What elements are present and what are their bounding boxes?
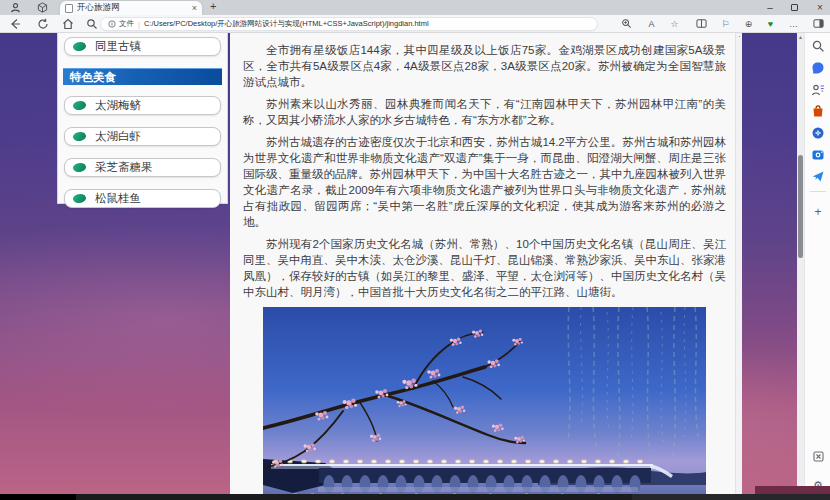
leaf-icon — [72, 161, 87, 174]
paragraph-heritage: 苏州古城遗存的古迹密度仅次于北京和西安，苏州古城14.2平方公里。苏州古城和苏州… — [243, 134, 726, 230]
settings-dots-icon[interactable]: … — [787, 18, 800, 30]
read-aloud-icon[interactable]: A — [645, 18, 658, 30]
paragraph-gardens: 苏州素来以山水秀丽、园林典雅而闻名天下，有“江南园林甲天下，苏州园林甲江南”的美… — [243, 96, 726, 128]
back-icon[interactable] — [9, 18, 21, 30]
sidebar-item-tongli[interactable]: 同里古镇 — [64, 37, 221, 56]
refresh-icon[interactable] — [37, 18, 49, 30]
page-scrollbar[interactable]: ▲ — [797, 33, 804, 494]
address-url[interactable]: C:/Users/PC/Desktop/开心旅游网站设计与实现(HTML+CSS… — [144, 19, 429, 29]
campaign-flag-icon[interactable]: ⚐ — [719, 18, 732, 30]
tab-close-icon[interactable]: × — [192, 4, 197, 13]
scrollbar-thumb[interactable] — [798, 155, 803, 258]
edge-sidebar-rail: + ⚙ — [804, 33, 830, 494]
restore-button[interactable] — [791, 4, 798, 11]
bottom-right-fragment — [755, 486, 830, 494]
rail-add-icon[interactable]: + — [805, 205, 830, 219]
rail-people-icon[interactable] — [811, 83, 825, 97]
address-scheme-label: 文件 — [119, 19, 134, 29]
split-screen-icon[interactable] — [695, 18, 708, 30]
rail-image-creator-icon[interactable] — [811, 148, 825, 162]
favorites-star-icon[interactable]: ☆ — [668, 18, 681, 30]
page-viewport: 同里古镇 特色美食 太湖梅鲚 太湖白虾 采芝斋糖果 松鼠桂鱼 — [0, 33, 830, 494]
browser-titlebar: 开心旅游网 × + – × — [0, 0, 830, 15]
info-icon[interactable] — [108, 20, 116, 28]
desktop-screen: 开心旅游网 × + – × 文件 | C:/Users/PC/Desktop/开… — [0, 0, 830, 500]
workspaces-icon[interactable] — [37, 2, 48, 13]
zoom-icon[interactable] — [620, 18, 633, 30]
browser-essentials-icon[interactable]: ♥ — [764, 18, 777, 30]
rail-drop-icon[interactable] — [811, 169, 825, 183]
home-icon[interactable] — [62, 18, 74, 30]
search-icon[interactable] — [86, 18, 98, 30]
close-window-button[interactable]: × — [812, 1, 828, 14]
leaf-icon — [72, 192, 87, 205]
taskbar-left-segment — [0, 494, 76, 500]
leaf-icon — [72, 40, 87, 53]
taskbar-right-segment — [632, 494, 830, 500]
rail-copilot-icon[interactable] — [811, 61, 825, 75]
scenic-photo — [263, 307, 706, 494]
paragraph-hotels: 全市拥有星级饭店144家，其中四星级及以上饭店75家。金鸡湖景区成功创建国家5A… — [243, 42, 726, 90]
profile-icon[interactable] — [10, 2, 21, 13]
content-scroll-up-icon[interactable]: ˆ — [736, 35, 742, 41]
sidebar-item-baixia[interactable]: 太湖白虾 — [64, 127, 221, 146]
minimize-button[interactable]: – — [762, 1, 778, 14]
address-separator: | — [138, 20, 140, 29]
paragraph-towns: 苏州现有2个国家历史文化名城（苏州、常熟）、10个中国历史文化名镇（昆山周庄、吴… — [243, 236, 726, 300]
browser-tab[interactable]: 开心旅游网 × — [60, 1, 202, 15]
rail-shopping-icon[interactable] — [811, 104, 825, 118]
sidebar-item-caizhizhai[interactable]: 采芝斋糖果 — [64, 158, 221, 177]
new-tab-button[interactable]: + — [210, 0, 216, 12]
leaf-icon — [72, 130, 87, 143]
scroll-up-icon[interactable]: ▲ — [797, 34, 804, 40]
leaf-icon — [72, 99, 87, 112]
rail-divider — [810, 191, 826, 192]
windows-taskbar[interactable] — [0, 494, 830, 500]
extensions-globe-icon[interactable]: ⊕ — [742, 18, 755, 30]
sidebar-section-title: 特色美食 — [63, 68, 222, 85]
rail-games-icon[interactable] — [811, 126, 825, 140]
rail-search-icon[interactable] — [811, 39, 825, 53]
sidebar-toggle-icon[interactable] — [812, 18, 825, 30]
tab-title: 开心旅游网 — [77, 2, 188, 14]
site-container: 同里古镇 特色美食 太湖梅鲚 太湖白虾 采芝斋糖果 松鼠桂鱼 — [57, 33, 742, 494]
browser-toolbar: 文件 | C:/Users/PC/Desktop/开心旅游网站设计与实现(HTM… — [0, 15, 830, 33]
page-doc-icon — [65, 4, 73, 13]
rail-hide-sidebar-icon[interactable] — [805, 451, 830, 464]
sidebar-item-songshuguiyu[interactable]: 松鼠桂鱼 — [64, 189, 221, 208]
site-content: 全市拥有星级饭店144家，其中四星级及以上饭店75家。金鸡湖景区成功创建国家5A… — [230, 33, 742, 494]
sidebar-item-meiji[interactable]: 太湖梅鲚 — [64, 96, 221, 115]
address-bar[interactable]: 文件 | C:/Users/PC/Desktop/开心旅游网站设计与实现(HTM… — [100, 17, 598, 31]
content-scrollbar[interactable]: ˆ — [735, 33, 742, 494]
site-sidebar: 同里古镇 特色美食 太湖梅鲚 太湖白虾 采芝斋糖果 松鼠桂鱼 — [57, 33, 228, 204]
